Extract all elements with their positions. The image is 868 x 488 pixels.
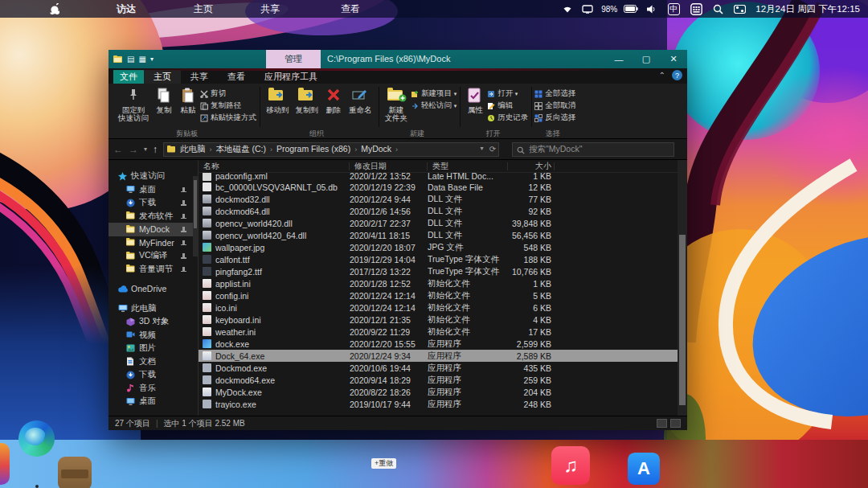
search-icon[interactable] <box>707 4 728 14</box>
apple-menu[interactable] <box>50 0 59 18</box>
sidebar-item-音量调节[interactable]: 音量调节 <box>108 263 198 277</box>
file-row[interactable]: dockmod64.exe2020/9/14 18:29应用程序259 KB <box>199 374 687 386</box>
column-date[interactable]: 修改日期 <box>350 161 428 172</box>
breadcrumb-chevron-icon[interactable]: › <box>352 146 359 154</box>
sidebar-item-下载[interactable]: 下载 <box>108 196 198 210</box>
qat-customize-icon[interactable]: ▾ <box>150 55 154 63</box>
search-box[interactable]: 搜索"MyDock" <box>512 142 674 157</box>
sidebar-scrollbar[interactable] <box>193 176 198 256</box>
copy-button[interactable]: 复制 <box>152 86 176 116</box>
keyboard-icon[interactable] <box>685 3 707 15</box>
file-row[interactable]: trayico.exe2019/10/17 9:44应用程序248 KB <box>199 398 687 410</box>
sidebar-item-MyFinder[interactable]: MyFinder <box>108 236 198 250</box>
sidebar-item-VC编译[interactable]: VC编译 <box>108 249 198 263</box>
control-center-icon[interactable] <box>728 5 751 14</box>
file-row[interactable]: padconfig.xml2020/1/22 13:52Late HTML Do… <box>199 173 687 181</box>
maximize-button[interactable]: ▢ <box>633 50 660 68</box>
pin-to-quick-access-button[interactable]: 固定到快速访问 <box>115 86 152 124</box>
breadcrumb-segment[interactable]: 本地磁盘 (C:) <box>215 144 268 154</box>
file-row[interactable]: MyDock.exe2020/8/22 18:26应用程序204 KB <box>199 386 687 398</box>
title-bar[interactable]: ▤ ▦ ▾ 管理 C:\Program Files (x86)\MyDock —… <box>108 50 687 68</box>
menubar-clock[interactable]: 12月24日 周四 下午12:15 <box>751 3 868 15</box>
file-row[interactable]: dockmod32.dll2020/12/24 9:44DLL 文件77 KB <box>199 193 687 205</box>
dock-item-partial-app[interactable] <box>0 443 10 485</box>
paste-shortcut-button[interactable]: 粘贴快捷方式 <box>200 113 256 123</box>
new-folder-button[interactable]: 新建文件夹 <box>382 86 411 124</box>
sidebar-item-onedrive[interactable]: OneDrive <box>108 282 198 296</box>
tab-home[interactable]: 主页 <box>144 70 181 84</box>
volume-icon[interactable] <box>641 5 662 14</box>
cut-button[interactable]: 剪切 <box>200 88 256 99</box>
breadcrumb-segment[interactable]: Program Files (x86) <box>275 144 352 154</box>
breadcrumb-chevron-icon[interactable]: › <box>268 146 275 154</box>
delete-button[interactable]: 删除 <box>321 86 346 116</box>
file-row[interactable]: Dock_64.exe2020/12/24 9:34应用程序2,589 KB <box>199 350 687 362</box>
column-size[interactable]: 大小 <box>508 161 555 172</box>
collapse-ribbon-icon[interactable]: ⌃ <box>659 71 665 80</box>
battery-icon[interactable] <box>620 5 641 13</box>
select-none-button[interactable]: 全部取消 <box>534 100 575 111</box>
file-row[interactable]: opencv_world420.dll2020/2/17 22:37DLL 文件… <box>199 217 687 229</box>
sidebar-item-3D 对象[interactable]: 3D 对象 <box>108 315 198 329</box>
file-menu-button[interactable]: 文件 <box>113 70 144 84</box>
sidebar-item-视频[interactable]: 视频 <box>108 329 198 342</box>
file-row[interactable]: applist.ini2020/1/28 12:52初始化文件1 KB <box>199 277 687 289</box>
sidebar-item-音乐[interactable]: 音乐 <box>108 382 198 396</box>
tab-view[interactable]: 查看 <box>218 70 255 84</box>
address-dropdown-icon[interactable]: ▾ <box>481 145 484 154</box>
close-button[interactable]: ✕ <box>660 50 687 68</box>
file-row[interactable]: opencv_world420_64.dll2020/4/11 18:15DLL… <box>199 229 687 241</box>
breadcrumb-chevron-icon[interactable]: › <box>207 146 215 154</box>
open-button[interactable]: 打开 ▾ <box>487 88 528 99</box>
menu-share[interactable]: 共享 <box>260 0 280 18</box>
display-icon[interactable] <box>577 5 598 14</box>
breadcrumb-chevron-icon[interactable]: › <box>393 146 400 154</box>
easy-access-button[interactable]: 轻松访问 ▾ <box>411 100 457 111</box>
file-row[interactable]: ico.ini2020/12/24 12:14初始化文件6 KB <box>199 301 687 314</box>
manage-contextual-tab[interactable]: 管理 <box>266 50 321 68</box>
menu-view[interactable]: 查看 <box>341 0 360 18</box>
file-row[interactable]: dock.exe2020/12/20 15:55应用程序2,599 KB <box>199 338 687 350</box>
file-row[interactable]: weather.ini2020/9/22 11:29初始化文件17 KB <box>199 326 687 338</box>
back-button[interactable]: ← <box>113 144 123 155</box>
sidebar-item-桌面[interactable]: 桌面 <box>108 183 198 197</box>
dock-item-wallet[interactable] <box>58 457 92 488</box>
breadcrumb-segment[interactable]: 此电脑 <box>178 144 207 154</box>
refresh-icon[interactable]: ⟳ <box>489 145 496 154</box>
ime-icon[interactable]: 中 <box>662 3 685 15</box>
file-row[interactable]: wallpaper.jpg2020/12/20 18:07JPG 文件548 K… <box>199 241 687 253</box>
copy-to-button[interactable]: 复制到 <box>293 86 322 116</box>
sidebar-item-this-pc[interactable]: 此电脑 <box>108 302 198 316</box>
help-icon[interactable]: ? <box>672 70 682 80</box>
invert-selection-button[interactable]: 反向选择 <box>534 113 575 123</box>
sidebar-item-MyDock[interactable]: MyDock <box>108 223 198 236</box>
menu-home[interactable]: 主页 <box>194 0 213 18</box>
sidebar-item-桌面[interactable]: 桌面 <box>108 395 198 408</box>
sidebar-item-发布软件[interactable]: 发布软件 <box>108 210 198 223</box>
recent-dropdown[interactable]: ▾ <box>144 146 147 153</box>
column-type[interactable]: 类型 <box>428 161 508 172</box>
breadcrumb-bar[interactable]: 此电脑›本地磁盘 (C:)›Program Files (x86)›MyDock… <box>163 142 499 157</box>
file-row[interactable]: config.ini2020/12/24 12:14初始化文件5 KB <box>199 289 687 301</box>
history-button[interactable]: 历史记录 <box>487 113 528 123</box>
dock-item-app-store[interactable] <box>628 453 660 485</box>
menu-finder[interactable]: 访达 <box>117 0 136 18</box>
move-to-button[interactable]: 移动到 <box>263 86 293 116</box>
properties-button[interactable]: 属性 <box>463 86 487 116</box>
dock-item-music[interactable] <box>551 446 590 485</box>
tab-app-tools[interactable]: 应用程序工具 <box>255 70 327 84</box>
edit-button[interactable]: 编辑 <box>487 100 528 111</box>
file-row[interactable]: Dockmod.exe2020/10/6 19:44应用程序435 KB <box>199 362 687 374</box>
qat-properties-icon[interactable]: ▤ <box>127 55 134 64</box>
dock-item-edge-browser[interactable] <box>18 420 55 457</box>
sidebar-item-下载[interactable]: 下载 <box>108 368 198 382</box>
copy-path-button[interactable]: 复制路径 <box>200 100 256 111</box>
wifi-icon[interactable] <box>558 5 577 14</box>
rename-button[interactable]: 重命名 <box>346 86 375 116</box>
file-row[interactable]: keyboard.ini2020/12/1 21:35初始化文件4 KB <box>199 314 687 326</box>
sidebar-item-图片[interactable]: 图片 <box>108 342 198 355</box>
up-button[interactable]: ↑ <box>153 144 158 155</box>
paste-button[interactable]: 粘贴 <box>176 86 200 116</box>
breadcrumb-segment[interactable]: MyDock <box>359 144 393 154</box>
sidebar-item-quick-access[interactable]: 快速访问 <box>108 170 198 183</box>
